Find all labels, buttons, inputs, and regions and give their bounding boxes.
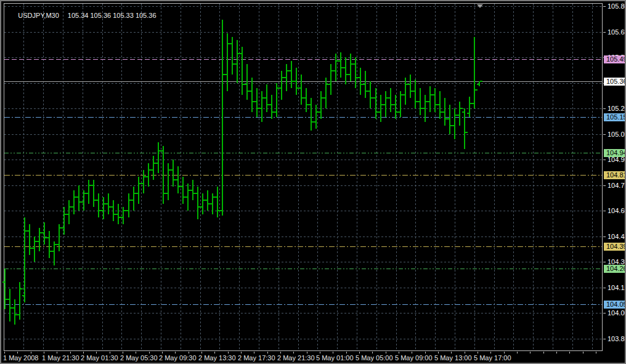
ohlc-open-tick	[338, 60, 341, 62]
ohlc-open-tick	[131, 200, 134, 201]
time-axis-tick	[214, 352, 215, 354]
ohlc-open-tick	[358, 77, 360, 78]
time-axis-label: 2 May 09:30	[159, 355, 197, 362]
level-line[interactable]	[4, 304, 602, 305]
ohlc-bar	[153, 156, 154, 180]
ohlc-open-tick	[200, 206, 203, 208]
price-level-badge: 104.26	[604, 265, 626, 273]
time-axis-tick	[596, 352, 596, 354]
h-gridline	[4, 57, 602, 58]
time-axis-tick	[346, 352, 347, 354]
chart-shift-marker[interactable]	[477, 4, 483, 8]
price-tick-label: 105.65	[608, 29, 626, 36]
time-axis-tick	[110, 352, 110, 354]
time-axis-tick	[438, 352, 439, 354]
v-gridline	[553, 4, 553, 350]
time-axis-label: 5 May 13:00	[434, 355, 472, 362]
v-gridline	[161, 4, 161, 350]
time-axis-tick	[490, 352, 491, 354]
level-line[interactable]	[4, 59, 602, 60]
v-gridline	[376, 4, 377, 350]
time-axis-label: 2 May 21:30	[277, 355, 315, 362]
ohlc-open-tick	[363, 84, 365, 85]
v-gridline	[200, 4, 201, 350]
ohlc-open-tick	[136, 193, 139, 194]
v-gridline	[396, 4, 397, 350]
ohlc-open-tick	[22, 295, 25, 296]
time-axis-tick	[280, 352, 281, 354]
ohlc-bar	[88, 180, 89, 204]
v-gridline	[278, 4, 279, 350]
ohlc-open-tick	[7, 299, 10, 300]
time-axis-tick	[149, 352, 150, 354]
v-gridline	[83, 4, 83, 350]
ohlc-bar	[306, 88, 307, 112]
ohlc-open-tick	[240, 53, 242, 54]
time-axis-tick	[359, 352, 360, 354]
ohlc-open-tick	[447, 118, 450, 119]
v-gridline	[337, 4, 338, 350]
time-axis-tick	[17, 352, 18, 354]
ohlc-open-tick	[413, 91, 415, 92]
time-axis-tick	[31, 352, 31, 354]
ohlc-bar	[281, 71, 282, 100]
ohlc-open-tick	[428, 101, 430, 102]
time-axis-tick	[70, 352, 71, 354]
ohlc-open-tick	[225, 74, 227, 75]
ohlc-open-tick	[230, 43, 232, 44]
ohlc-open-tick	[378, 111, 381, 113]
v-gridline	[298, 4, 299, 350]
level-line[interactable]	[4, 246, 602, 247]
ohlc-open-tick	[195, 193, 198, 194]
ohlc-open-tick	[27, 230, 30, 232]
ohlc-bar	[39, 228, 40, 251]
time-axis-tick	[543, 352, 544, 354]
time-axis-label: 2 May 01:30	[81, 355, 118, 362]
price-level-badge: 105.49	[604, 55, 626, 63]
ohlc-bar	[350, 54, 351, 81]
ohlc-open-tick	[181, 186, 183, 187]
ohlc-bar	[202, 193, 203, 214]
ohlc-open-tick	[442, 111, 445, 113]
ohlc-open-tick	[76, 196, 79, 198]
ohlc-bar	[246, 64, 248, 100]
ohlc-open-tick	[71, 206, 74, 208]
ohlc-bar	[464, 108, 465, 149]
ohlc-bar	[434, 88, 436, 112]
ohlc-bar	[325, 78, 327, 108]
ohlc-bar	[429, 86, 431, 112]
ohlc-open-tick	[472, 103, 474, 104]
price-axis-tick	[603, 6, 606, 7]
v-gridline	[357, 4, 357, 350]
level-line[interactable]	[4, 269, 602, 269]
ohlc-bar	[474, 37, 475, 108]
price-level-badge: 104.05	[604, 301, 626, 309]
ohlc-bar	[370, 81, 371, 108]
ohlc-open-tick	[151, 169, 153, 171]
ohlc-open-tick	[323, 97, 326, 99]
time-axis-tick	[372, 352, 373, 354]
time-axis-tick	[517, 352, 518, 354]
ohlc-open-tick	[477, 84, 479, 85]
level-line[interactable]	[4, 117, 602, 118]
ohlc-open-tick	[348, 74, 351, 75]
ohlc-bar	[133, 187, 134, 211]
ohlc-open-tick	[289, 70, 291, 71]
level-line[interactable]	[4, 81, 602, 82]
ohlc-open-tick	[190, 190, 193, 191]
ohlc-bar	[271, 95, 272, 119]
level-line[interactable]	[4, 153, 602, 153]
h-gridline	[4, 237, 602, 237]
ohlc-bar	[449, 105, 450, 134]
price-axis-tick	[603, 339, 606, 339]
ohlc-bar	[44, 222, 45, 245]
ohlc-bar	[301, 75, 302, 105]
ohlc-open-tick	[156, 163, 158, 164]
ohlc-close-tick	[480, 81, 482, 82]
ohlc-open-tick	[245, 84, 247, 85]
price-level-badge: 105.15	[604, 113, 626, 121]
time-axis-tick	[96, 352, 97, 354]
ohlc-bar	[113, 200, 114, 221]
ohlc-open-tick	[81, 201, 84, 203]
level-line[interactable]	[4, 175, 602, 176]
